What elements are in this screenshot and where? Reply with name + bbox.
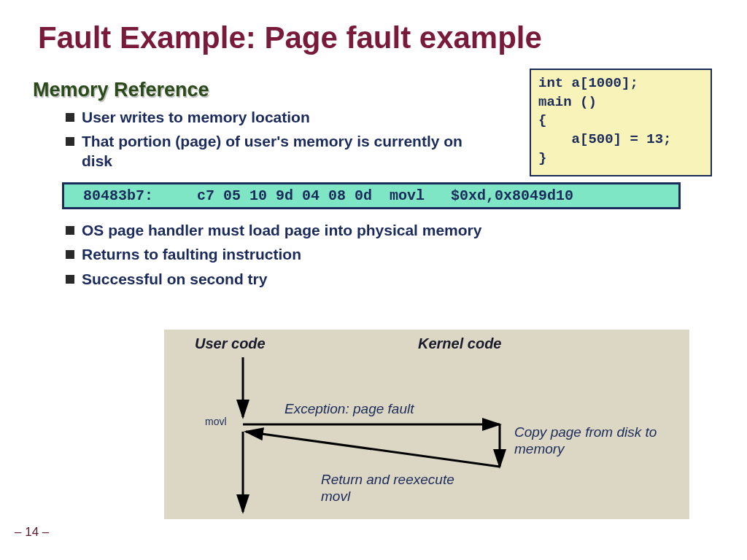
code-line: int a[1000]; (538, 75, 638, 91)
page-number: – 14 – (15, 525, 49, 540)
bullet-marker-icon (66, 275, 74, 284)
bullet-text: Returns to faulting instruction (82, 245, 301, 264)
flow-arrows-icon (164, 330, 689, 519)
svg-line-3 (246, 432, 500, 467)
code-line: { (538, 112, 546, 128)
bullet-text: That portion (page) of user's memory is … (82, 132, 490, 171)
bullet-item: Successful on second try (66, 270, 481, 289)
code-line: a[500] = 13; (538, 131, 671, 147)
bullet-item: Returns to faulting instruction (66, 245, 481, 264)
bullet-text: Successful on second try (82, 270, 267, 289)
bullet-text: User writes to memory location (82, 108, 310, 127)
code-line: main () (538, 94, 597, 110)
section-heading: Memory Reference (33, 79, 209, 101)
code-line: } (538, 150, 546, 166)
bullet-marker-icon (66, 226, 74, 235)
slide-title: Fault Example: Page fault example (38, 20, 542, 55)
flow-diagram: User code Kernel code movl Exception: pa… (164, 330, 689, 519)
bullet-item: That portion (page) of user's memory is … (66, 132, 490, 171)
asm-instruction: 80483b7: c7 05 10 9d 04 08 0d movl $0xd,… (62, 182, 681, 209)
bullet-marker-icon (66, 250, 74, 259)
bullets-lower: OS page handler must load page into phys… (66, 221, 481, 294)
bullets-upper: User writes to memory location That port… (66, 108, 490, 176)
bullet-text: OS page handler must load page into phys… (82, 221, 481, 240)
bullet-item: User writes to memory location (66, 108, 490, 127)
bullet-marker-icon (66, 113, 74, 122)
bullet-marker-icon (66, 137, 74, 146)
bullet-item: OS page handler must load page into phys… (66, 221, 481, 240)
code-snippet: int a[1000]; main () { a[500] = 13; } (530, 69, 712, 176)
